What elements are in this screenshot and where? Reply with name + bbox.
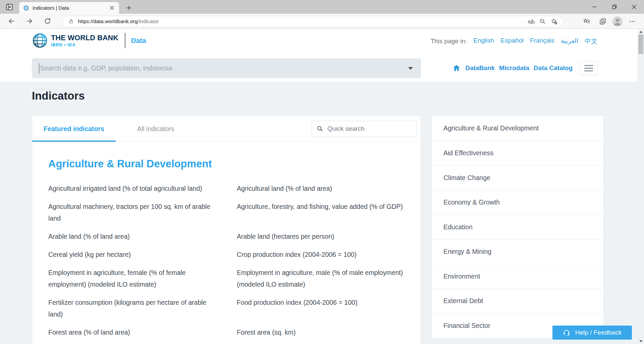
tab-title: Indicators | Data: [33, 5, 108, 11]
topic-link[interactable]: Climate Change: [432, 165, 603, 190]
refresh-icon[interactable]: [41, 14, 54, 28]
language-link[interactable]: Français: [530, 37, 554, 46]
topic-link[interactable]: Environment: [432, 264, 603, 289]
globe-logo-icon: [32, 33, 48, 49]
url-text: https://data.worldbank.org/indicator: [78, 18, 526, 24]
indicator-link[interactable]: Agricultural irrigated land (% of total …: [48, 183, 216, 194]
page-title: Indicators: [32, 90, 85, 102]
topic-link[interactable]: Energy & Mining: [432, 239, 603, 264]
site-header: THE WORLD BANK IBRD • IDA Data This page…: [0, 29, 638, 82]
language-label: This page in:: [430, 38, 467, 45]
topic-link[interactable]: Economy & Growth: [432, 190, 603, 215]
indicator-link[interactable]: Crop production index (2004-2006 = 100): [237, 249, 405, 261]
tab[interactable]: All indicators: [126, 116, 186, 141]
back-icon[interactable]: [5, 14, 18, 28]
browser-tab[interactable]: Indicators | Data: [19, 2, 119, 14]
menu-icon[interactable]: [580, 61, 597, 75]
profile-avatar[interactable]: [612, 16, 623, 26]
indicator-link[interactable]: Forest area (% of land area): [48, 327, 216, 338]
home-icon[interactable]: [452, 64, 461, 72]
chevron-down-icon[interactable]: [408, 67, 413, 70]
browser-titlebar: Indicators | Data: [0, 0, 644, 14]
page-content: Indicators Featured indicatorsAll indica…: [0, 82, 638, 344]
tab[interactable]: Featured indicators: [32, 116, 116, 141]
indicator-link[interactable]: Employment in agriculture, male (% of ma…: [237, 267, 405, 290]
brand-product[interactable]: Data: [131, 37, 146, 45]
section-title[interactable]: Agriculture & Rural Development: [48, 158, 405, 170]
indicator-list: Agricultural irrigated land (% of total …: [48, 183, 405, 338]
indicators-card: Featured indicatorsAll indicators Agricu…: [32, 116, 421, 344]
favorite-add-icon[interactable]: [548, 16, 560, 26]
favorites-bar-icon[interactable]: [580, 15, 593, 27]
quick-search[interactable]: [312, 121, 417, 137]
nav-link[interactable]: Microdata: [499, 64, 529, 72]
window-controls: [585, 0, 644, 14]
indicator-link[interactable]: Agricultural land (% of land area): [237, 183, 405, 194]
help-feedback-button[interactable]: Help / Feedback: [552, 326, 632, 340]
search-icon: [317, 125, 323, 132]
workspace-icon[interactable]: [5, 2, 14, 12]
quick-search-input[interactable]: [327, 125, 412, 132]
translate-icon[interactable]: aあ: [526, 16, 537, 26]
more-icon[interactable]: [626, 15, 639, 27]
minimize-icon[interactable]: [585, 0, 604, 14]
forward-icon[interactable]: [23, 14, 36, 28]
nav-link[interactable]: Data Catalog: [534, 64, 573, 72]
browser-window: Indicators | Data https://data.worldbank…: [0, 0, 644, 344]
indicator-link[interactable]: Forest area (sq. km): [237, 327, 405, 338]
globe-favicon: [23, 5, 29, 11]
topic-link[interactable]: Agriculture & Rural Development: [432, 116, 603, 141]
collections-icon[interactable]: [596, 15, 609, 27]
header-nav: DataBankMicrodataData Catalog: [452, 61, 597, 75]
language-link[interactable]: العربية: [561, 37, 578, 46]
indicator-link[interactable]: Agriculture, forestry, and fishing, valu…: [237, 201, 405, 224]
scrollbar-thumb[interactable]: [638, 35, 643, 54]
topic-link[interactable]: External Debt: [432, 289, 603, 313]
headset-icon: [563, 329, 570, 336]
page-scrollbar[interactable]: [638, 29, 644, 344]
language-link[interactable]: 中文: [585, 37, 597, 46]
help-feedback-label: Help / Feedback: [575, 329, 622, 336]
indicator-link[interactable]: Arable land (hectares per person): [237, 231, 405, 242]
global-search[interactable]: [32, 58, 421, 78]
language-bar: This page in: EnglishEspañolFrançaisالعر…: [430, 37, 597, 46]
indicator-link[interactable]: Arable land (% of land area): [48, 231, 216, 242]
indicator-link[interactable]: Food production index (2004-2006 = 100): [237, 297, 405, 320]
topics-sidebar: Agriculture & Rural DevelopmentAid Effec…: [431, 116, 604, 338]
indicator-link[interactable]: Cereal yield (kg per hectare): [48, 249, 216, 261]
topic-link[interactable]: Aid Effectiveness: [432, 141, 603, 166]
world-bank-logo[interactable]: THE WORLD BANK IBRD • IDA Data: [32, 33, 146, 49]
scroll-down-icon[interactable]: [638, 338, 644, 344]
zoom-out-icon[interactable]: [537, 16, 548, 26]
brand-name: THE WORLD BANK: [51, 34, 118, 42]
language-link[interactable]: English: [473, 37, 494, 46]
nav-link[interactable]: DataBank: [465, 64, 495, 72]
new-tab-icon[interactable]: [125, 4, 133, 12]
brand-subtitle: IBRD • IDA: [51, 43, 118, 47]
browser-toolbar: https://data.worldbank.org/indicator aあ: [0, 14, 644, 29]
topic-link[interactable]: Education: [432, 215, 603, 239]
indicator-link[interactable]: Fertilizer consumption (kilograms per he…: [48, 297, 216, 320]
lock-icon: [68, 19, 74, 24]
tab-close-icon[interactable]: [108, 4, 116, 12]
search-input[interactable]: [39, 64, 408, 72]
language-link[interactable]: Español: [501, 37, 524, 46]
scroll-up-icon[interactable]: [638, 29, 644, 35]
address-bar[interactable]: https://data.worldbank.org/indicator aあ: [62, 16, 564, 27]
tab-bar: Featured indicatorsAll indicators: [32, 116, 421, 142]
close-icon[interactable]: [624, 0, 644, 14]
indicator-link[interactable]: Agricultural machinery, tractors per 100…: [48, 201, 216, 224]
toolbar-right: [580, 15, 639, 28]
indicator-link[interactable]: Employment in agriculture, female (% of …: [48, 267, 216, 290]
restore-icon[interactable]: [604, 0, 624, 14]
brand-divider: [125, 33, 125, 48]
